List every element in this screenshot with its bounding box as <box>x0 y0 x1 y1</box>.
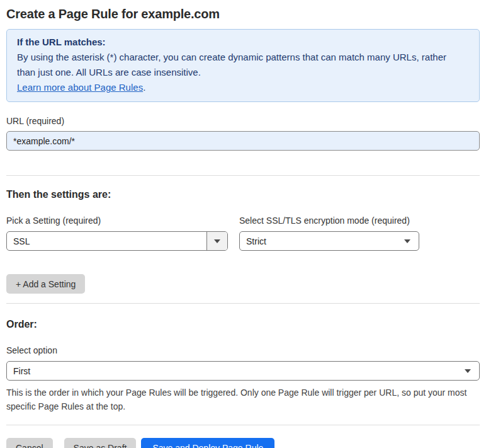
setting-picker-label: Pick a Setting (required) <box>6 215 228 226</box>
order-dropdown[interactable]: First <box>6 361 480 381</box>
setting-picker-arrow-section[interactable] <box>206 232 227 250</box>
chevron-down-icon <box>214 239 220 243</box>
ssl-mode-dropdown[interactable]: Strict <box>239 231 419 251</box>
chevron-down-icon <box>465 369 471 373</box>
info-box-body: By using the asterisk (*) character, you… <box>17 50 461 80</box>
divider <box>6 425 480 425</box>
link-period: . <box>143 82 145 93</box>
footer-actions: Cancel Save as Draft Save and Deploy Pag… <box>6 438 480 448</box>
order-value: First <box>13 366 30 376</box>
divider <box>6 303 480 304</box>
chevron-down-icon <box>404 239 410 243</box>
setting-picker-value: SSL <box>7 232 206 250</box>
info-box-heading: If the URL matches: <box>17 35 469 50</box>
learn-more-link[interactable]: Learn more about Page Rules <box>17 82 143 93</box>
ssl-mode-label: Select SSL/TLS encryption mode (required… <box>239 215 419 226</box>
ssl-mode-column: Select SSL/TLS encryption mode (required… <box>239 215 419 251</box>
save-deploy-button[interactable]: Save and Deploy Page Rule <box>141 438 274 448</box>
settings-row: Pick a Setting (required) SSL Select SSL… <box>6 215 480 251</box>
setting-picker-column: Pick a Setting (required) SSL <box>6 215 228 251</box>
divider <box>6 175 480 176</box>
setting-picker-dropdown[interactable]: SSL <box>6 231 228 251</box>
save-draft-button[interactable]: Save as Draft <box>64 438 137 448</box>
order-help-text: This is the order in which your Page Rul… <box>6 386 480 413</box>
add-setting-button[interactable]: + Add a Setting <box>6 274 85 294</box>
create-page-rule-form: Create a Page Rule for example.com If th… <box>0 0 486 448</box>
url-label: URL (required) <box>6 116 480 127</box>
ssl-mode-value: Strict <box>246 236 266 246</box>
order-select-label: Select option <box>6 345 480 356</box>
cancel-button[interactable]: Cancel <box>6 438 53 448</box>
page-title: Create a Page Rule for example.com <box>6 5 480 23</box>
url-input[interactable] <box>6 131 480 151</box>
info-link-line: Learn more about Page Rules. <box>17 80 469 95</box>
settings-heading: Then the settings are: <box>6 188 480 200</box>
url-match-info-box: If the URL matches: By using the asteris… <box>6 29 480 102</box>
order-heading: Order: <box>6 318 480 330</box>
